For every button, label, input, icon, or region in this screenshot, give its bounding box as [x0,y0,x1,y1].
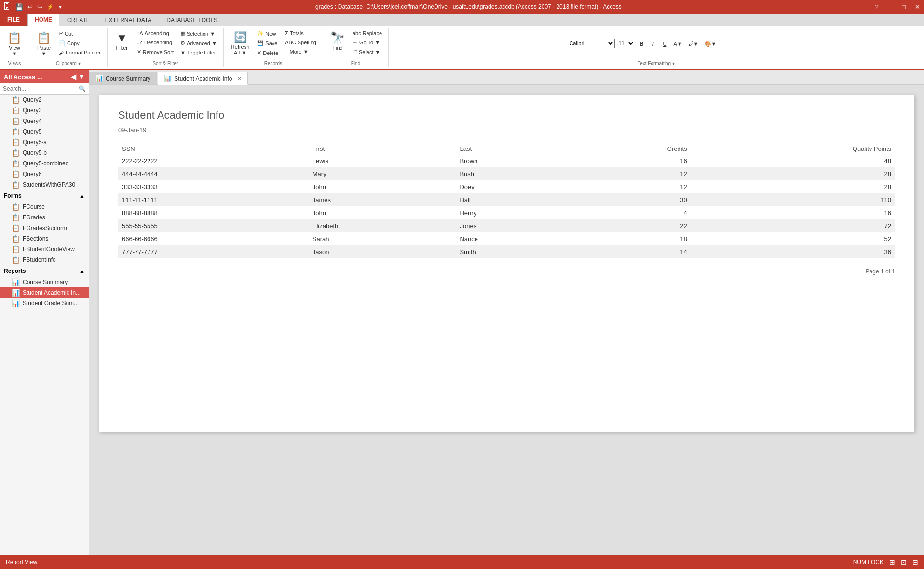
refresh-all-btn[interactable]: 🔄 RefreshAll ▼ [228,29,253,58]
sidebar-item-course-summary[interactable]: 📊Course Summary [0,277,89,287]
format-painter-btn[interactable]: 🖌 Format Painter [56,48,103,57]
align-left-btn[interactable]: ≡ [720,40,727,48]
goto-icon: → [353,40,358,45]
ribbon-group-find: 🔭 Find abc Replace → Go To ▼ ⬚ Select ▼ [323,28,389,67]
delete-record-btn[interactable]: ✕ Delete [255,48,281,57]
cell-ssn: 777-77-7777 [118,245,309,258]
remove-sort-btn[interactable]: ✕ Remove Sort [135,47,176,56]
forms-collapse-icon: ▲ [79,192,85,199]
tab-home[interactable]: HOME [27,14,59,26]
save-qat-btn[interactable]: 💾 [14,3,25,11]
save-record-btn[interactable]: 💾 Save [255,39,281,48]
sidebar-search-input[interactable] [3,85,79,92]
select-btn[interactable]: ⬚ Select ▼ [350,47,384,56]
selection-icon: ▦ [180,30,185,37]
copy-btn[interactable]: 📄 Copy [56,39,103,48]
background-color-btn[interactable]: 🎨▼ [702,40,719,49]
sidebar-item-fgradessubform[interactable]: 📋FGradesSubform [0,223,89,233]
font-size-select[interactable]: 11 [616,39,635,48]
extra-qat-btn[interactable]: ⚡ [45,3,55,11]
tab-create[interactable]: CREATE [60,14,97,26]
clipboard-group-label: Clipboard ▾ [56,59,81,66]
sidebar-section-forms[interactable]: Forms ▲ [0,190,89,202]
more-btn[interactable]: ≡ More ▼ [283,47,319,56]
sidebar-item-fstudentinfo[interactable]: 📋FStudentInfo [0,255,89,265]
query-icon: 📋 [12,138,20,146]
qat-dropdown-btn[interactable]: ▼ [56,4,64,10]
sidebar-item-query5-a[interactable]: 📋Query5-a [0,137,89,148]
cut-btn[interactable]: ✂ Cut [56,29,103,38]
tab-student-academic-info[interactable]: 📊 Student Academic Info ✕ [158,72,248,85]
status-icon-1[interactable]: ⊞ [889,558,895,566]
font-color-btn[interactable]: A▼ [671,40,684,48]
toggle-filter-btn[interactable]: ▼ Toggle Filter [178,48,219,57]
goto-btn[interactable]: → Go To ▼ [350,38,384,47]
filter-btn[interactable]: ▼ Filter [111,29,133,53]
cell-last: Hall [456,193,570,206]
cell-first: Elizabeth [309,219,456,232]
underline-btn[interactable]: U [659,40,670,48]
tab-file[interactable]: FILE [0,13,27,26]
paste-btn[interactable]: 📋 Paste▼ [33,29,54,59]
close-btn[interactable]: ✕ [910,1,924,13]
cell-last: Bush [456,167,570,180]
sidebar-item-query5[interactable]: 📋Query5 [0,126,89,137]
sidebar-section-reports[interactable]: Reports ▲ [0,265,89,277]
report-page-number: Page 1 of 1 [118,268,895,275]
tab-database-tools[interactable]: DATABASE TOOLS [159,14,225,26]
tab-close-btn[interactable]: ✕ [237,75,242,81]
undo-qat-btn[interactable]: ↩ [26,3,34,11]
align-right-btn[interactable]: ≡ [737,40,745,48]
cell-last: Henry [456,206,570,219]
view-btn[interactable]: 📋 View▼ [4,29,25,59]
find-btn[interactable]: 🔭 Find [327,29,348,53]
cell-quality-points: 28 [691,167,895,180]
sidebar-toggle-btn[interactable]: ◀ [71,73,76,81]
totals-btn[interactable]: Σ Totals [283,29,319,38]
sidebar-item-fgrades[interactable]: 📋FGrades [0,212,89,223]
highlight-btn[interactable]: 🖊▼ [686,40,701,48]
cell-ssn: 333-33-3333 [118,180,309,193]
help-btn[interactable]: ? [870,1,883,13]
redo-qat-btn[interactable]: ↪ [36,3,44,11]
bold-btn[interactable]: B [636,40,647,48]
cell-ssn: 111-11-1111 [118,193,309,206]
tab-course-summary[interactable]: 📊 Course Summary [89,72,157,84]
sidebar-menu-btn[interactable]: ▼ [78,73,85,81]
status-icon-3[interactable]: ⊟ [912,558,918,566]
sidebar-item-fsections[interactable]: 📋FSections [0,233,89,244]
new-record-btn[interactable]: ✨ New [255,29,281,38]
italic-btn[interactable]: I [648,40,658,48]
maximize-btn[interactable]: □ [897,1,910,13]
sidebar-item-studentswithgpa30[interactable]: 📋StudentsWithGPA30 [0,179,89,190]
sidebar-item-query4[interactable]: 📋Query4 [0,116,89,126]
advanced-btn[interactable]: ⚙ Advanced ▼ [178,39,219,48]
sidebar-item-fcourse[interactable]: 📋FCourse [0,202,89,212]
advanced-icon: ⚙ [180,40,185,46]
sidebar-item-query5-combined[interactable]: 📋Query5-combined [0,158,89,169]
descending-btn[interactable]: ↓Z Descending [135,38,176,47]
align-center-btn[interactable]: ≡ [729,40,736,48]
status-icon-2[interactable]: ⊡ [901,558,907,566]
view-icon: 📋 [7,31,22,45]
table-row: 111-11-1111 James Hall 30 110 [118,193,895,206]
sidebar-item-query6[interactable]: 📋Query6 [0,169,89,179]
replace-btn[interactable]: abc Replace [350,29,384,38]
selection-btn[interactable]: ▦ Selection ▼ [178,29,219,38]
sidebar-item-query5-b[interactable]: 📋Query5-b [0,148,89,158]
sidebar-item-student-academic-in...[interactable]: 📊Student Academic In... [0,287,89,298]
tab-external-data[interactable]: EXTERNAL DATA [98,14,159,26]
cell-credits: 16 [570,154,691,167]
font-family-select[interactable]: Calibri [567,39,615,48]
spelling-btn[interactable]: ABC Spelling [283,38,319,47]
minimize-btn[interactable]: − [883,1,897,13]
report-title: Student Academic Info [118,109,895,122]
find-group-label: Find [351,59,360,66]
sidebar-item-query3[interactable]: 📋Query3 [0,105,89,116]
sidebar-item-query2[interactable]: 📋Query2 [0,95,89,105]
replace-icon: abc [353,30,361,36]
sidebar-item-student-grade-sum...[interactable]: 📊Student Grade Sum... [0,298,89,309]
ascending-btn[interactable]: ↑A Ascending [135,29,176,38]
sidebar-item-fstudentgradeview[interactable]: 📋FStudentGradeView [0,244,89,255]
report-icon: 📊 [12,289,20,297]
